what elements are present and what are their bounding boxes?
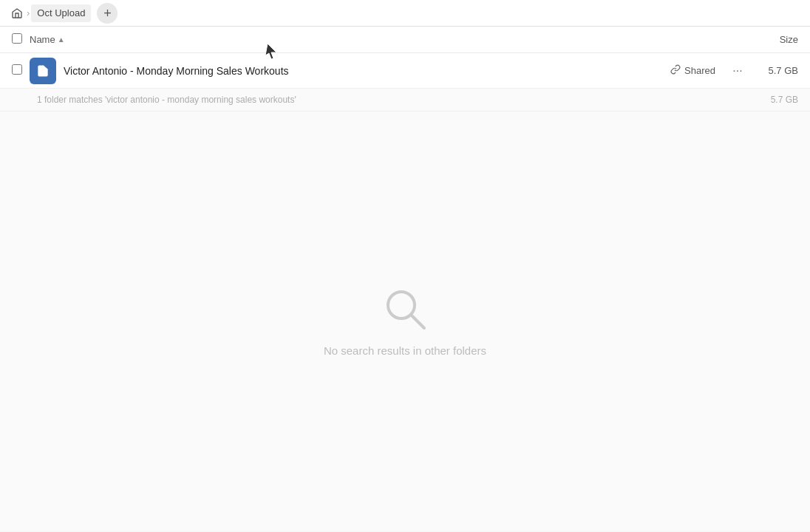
name-column-header[interactable]: Name ▲ (30, 34, 739, 45)
file-size: 5.7 GB (754, 65, 798, 76)
add-button[interactable]: + (97, 3, 118, 24)
no-results-search-icon (381, 285, 429, 332)
file-name: Victor Antonio - Monday Morning Sales Wo… (64, 65, 670, 77)
summary-text: 1 folder matches 'victor antonio - monda… (37, 95, 771, 105)
home-icon[interactable] (9, 5, 25, 21)
svg-line-3 (411, 315, 424, 328)
summary-size: 5.7 GB (771, 95, 798, 105)
checkbox-all[interactable] (12, 33, 22, 44)
summary-row: 1 folder matches 'victor antonio - monda… (0, 89, 810, 112)
breadcrumb-oct-upload[interactable]: Oct Upload (31, 4, 91, 22)
sort-arrow-icon: ▲ (58, 35, 65, 44)
svg-point-0 (41, 71, 43, 73)
link-icon (670, 64, 681, 77)
checkbox-file[interactable] (12, 64, 22, 75)
breadcrumb-chevron: › (27, 7, 30, 18)
folder-icon (30, 58, 56, 84)
header: › Oct Upload + (0, 0, 810, 27)
column-headers: Name ▲ Size (0, 27, 810, 53)
file-checkbox[interactable] (12, 64, 30, 77)
select-all-checkbox[interactable] (12, 33, 30, 46)
more-options-button[interactable]: ··· (727, 61, 748, 81)
file-row[interactable]: Victor Antonio - Monday Morning Sales Wo… (0, 53, 810, 89)
size-column-header: Size (739, 34, 798, 45)
no-results-message: No search results in other folders (324, 344, 486, 357)
shared-badge: Shared (670, 64, 715, 77)
empty-state: No search results in other folders (0, 112, 810, 530)
